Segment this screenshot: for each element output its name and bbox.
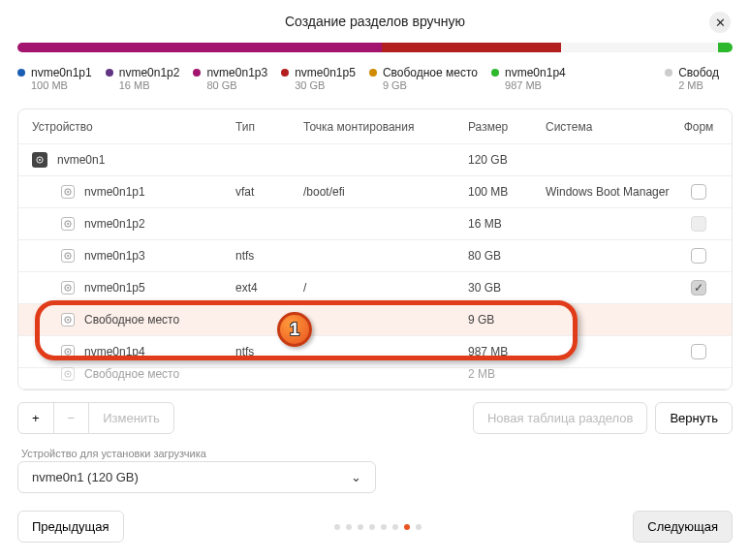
- add-partition-button[interactable]: +: [17, 402, 54, 434]
- close-button[interactable]: ✕: [709, 12, 731, 33]
- next-button[interactable]: Следующая: [633, 511, 733, 543]
- table-row[interactable]: nvme0n1p5ext4/30 GB✓: [18, 272, 732, 304]
- bootloader-select[interactable]: nvme0n1 (120 GB) ⌄: [17, 461, 376, 493]
- svg-point-1: [39, 159, 41, 161]
- svg-point-9: [67, 287, 69, 289]
- table-row[interactable]: Свободное место9 GB: [18, 304, 732, 336]
- legend-item: Свободное место9 GB: [369, 66, 491, 91]
- svg-point-3: [67, 191, 69, 193]
- table-row[interactable]: nvme0n1p3ntfs80 GB: [18, 240, 732, 272]
- format-checkbox: [691, 216, 706, 232]
- table-row[interactable]: nvme0n1120 GB: [18, 144, 732, 176]
- legend-item: nvme0n1p380 GB: [193, 66, 281, 91]
- previous-button[interactable]: Предыдущая: [17, 511, 124, 543]
- usage-segment: [17, 43, 382, 52]
- usage-segment: [382, 43, 561, 52]
- table-row[interactable]: nvme0n1p1vfat/boot/efi100 MBWindows Boot…: [18, 176, 732, 208]
- bootloader-label: Устройство для установки загрузчика: [21, 448, 733, 459]
- device-name: nvme0n1p5: [84, 281, 145, 295]
- fs-type: vfat: [235, 185, 303, 199]
- footer: Предыдущая Следующая: [17, 511, 733, 543]
- partition-table: Устройство Тип Точка монтирования Размер…: [17, 109, 733, 390]
- legend-item: nvme0n1p4987 MB: [491, 66, 579, 91]
- fs-type: ntfs: [235, 345, 303, 358]
- svg-point-7: [67, 255, 69, 257]
- col-system: Система: [546, 120, 679, 134]
- device-name: nvme0n1p2: [84, 217, 145, 231]
- col-device: Устройство: [32, 120, 235, 134]
- size: 987 MB: [468, 345, 546, 358]
- remove-partition-button[interactable]: −: [53, 402, 90, 434]
- usage-segment: [618, 43, 718, 52]
- col-format: Форм: [679, 120, 718, 134]
- svg-point-11: [67, 319, 69, 321]
- system: Windows Boot Manager: [546, 185, 679, 199]
- bootloader-section: Устройство для установки загрузчика nvme…: [17, 448, 733, 493]
- device-name: nvme0n1p1: [84, 185, 145, 199]
- revert-button[interactable]: Вернуть: [655, 402, 733, 434]
- disk-usage-bar: [17, 43, 733, 52]
- format-checkbox[interactable]: ✓: [691, 280, 706, 296]
- size: 9 GB: [468, 313, 546, 327]
- legend-item: nvme0n1p1100 MB: [17, 66, 106, 91]
- col-mount: Точка монтирования: [303, 120, 468, 134]
- size: 120 GB: [468, 153, 546, 167]
- usage-segment: [561, 43, 618, 52]
- legend-item: nvme0n1p216 MB: [106, 66, 194, 91]
- device-name: Свободное место: [84, 313, 179, 327]
- size: 30 GB: [468, 281, 546, 295]
- legend-item: Свобод2 MB: [665, 66, 733, 91]
- change-partition-button[interactable]: Изменить: [88, 402, 174, 434]
- format-checkbox[interactable]: [691, 248, 706, 264]
- partition-legend: nvme0n1p1100 MBnvme0n1p216 MBnvme0n1p380…: [17, 66, 733, 91]
- device-name: nvme0n1p4: [84, 345, 145, 358]
- size: 80 GB: [468, 249, 546, 263]
- bootloader-value: nvme0n1 (120 GB): [32, 470, 139, 484]
- table-header: Устройство Тип Точка монтирования Размер…: [18, 109, 732, 144]
- device-name: nvme0n1p3: [84, 249, 145, 263]
- legend-item: nvme0n1p530 GB: [281, 66, 369, 91]
- fs-type: ext4: [235, 281, 303, 295]
- fs-type: ntfs: [235, 249, 303, 263]
- svg-point-15: [67, 373, 69, 375]
- chevron-down-icon: ⌄: [351, 470, 361, 484]
- titlebar: Создание разделов вручную ✕: [0, 0, 750, 43]
- toolbar: + − Изменить Новая таблица разделов Верн…: [17, 402, 733, 434]
- col-type: Тип: [235, 120, 303, 134]
- format-checkbox[interactable]: [691, 184, 706, 200]
- step-dots: [124, 524, 634, 530]
- size: 100 MB: [468, 185, 546, 199]
- table-row[interactable]: nvme0n1p216 MB: [18, 208, 732, 240]
- mount-point: /boot/efi: [303, 185, 468, 199]
- usage-segment: [718, 43, 733, 52]
- size: 16 MB: [468, 217, 546, 231]
- window-title: Создание разделов вручную: [285, 14, 465, 29]
- col-size: Размер: [468, 120, 546, 134]
- svg-point-5: [67, 223, 69, 225]
- new-partition-table-button[interactable]: Новая таблица разделов: [473, 402, 648, 434]
- mount-point: /: [303, 281, 468, 295]
- device-name: nvme0n1: [57, 153, 105, 167]
- close-icon: ✕: [715, 16, 726, 30]
- svg-point-13: [67, 351, 69, 353]
